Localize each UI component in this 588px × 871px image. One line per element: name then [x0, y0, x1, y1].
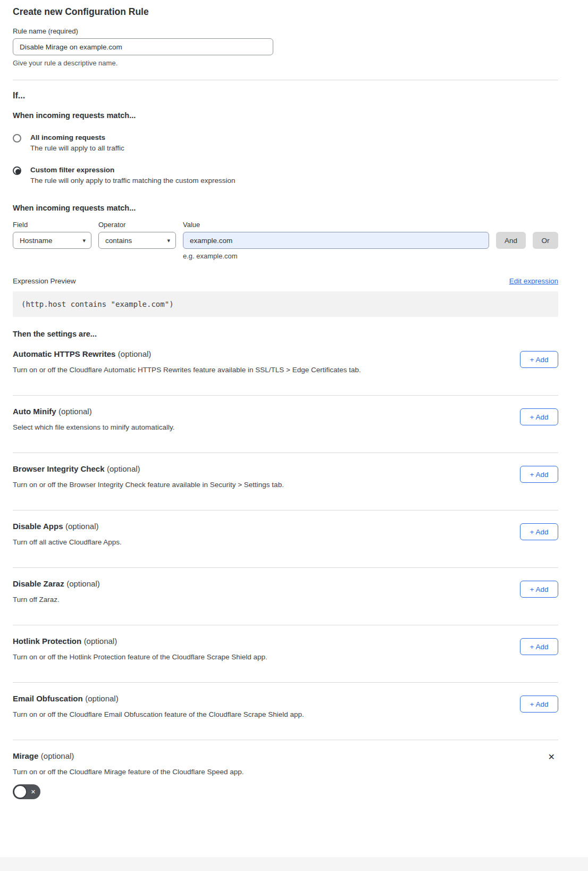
operator-select-value: contains: [105, 237, 132, 245]
add-hotlink-protection-button[interactable]: + Add: [520, 638, 558, 655]
footer-band: [0, 857, 588, 871]
divider: [13, 80, 558, 80]
close-icon[interactable]: ✕: [548, 753, 555, 761]
operator-select[interactable]: contains ▾: [98, 232, 176, 249]
add-automatic-https-rewrites-button[interactable]: + Add: [520, 351, 558, 368]
setting-optional-tag: (optional): [66, 579, 100, 588]
add-browser-integrity-check-button[interactable]: + Add: [520, 466, 558, 483]
setting-browser-integrity-check: Browser Integrity Check (optional) Turn …: [13, 453, 558, 510]
setting-automatic-https-rewrites: Automatic HTTPS Rewrites (optional) Turn…: [13, 338, 558, 396]
setting-email-obfuscation: Email Obfuscation (optional) Turn on or …: [13, 683, 558, 740]
setting-auto-minify: Auto Minify (optional) Select which file…: [13, 396, 558, 453]
chevron-down-icon: ▾: [82, 237, 86, 244]
setting-name: Disable Apps: [13, 522, 63, 531]
and-button[interactable]: And: [496, 232, 526, 249]
then-settings-heading: Then the settings are...: [13, 330, 558, 338]
setting-description: Turn on or off the Browser Integrity Che…: [13, 481, 465, 489]
mirage-toggle-off[interactable]: ✕: [13, 784, 40, 799]
radio-description: The rule will apply to all traffic: [30, 144, 124, 152]
value-input[interactable]: [183, 232, 489, 249]
radio-option-custom-filter-expression[interactable]: Custom filter expression The rule will o…: [13, 166, 558, 185]
value-label: Value: [183, 221, 558, 229]
setting-name: Email Obfuscation: [13, 694, 83, 703]
create-configuration-rule-form: Create new Configuration Rule Rule name …: [0, 0, 588, 871]
setting-name: Browser Integrity Check: [13, 464, 105, 473]
radio-button-icon[interactable]: [13, 166, 21, 175]
setting-name: Auto Minify: [13, 407, 56, 416]
radio-label: All incoming requests: [30, 133, 124, 141]
if-heading: If...: [13, 91, 558, 100]
radio-button-icon[interactable]: [13, 134, 21, 143]
add-disable-zaraz-button[interactable]: + Add: [520, 581, 558, 598]
setting-mirage: Mirage (optional) ✕ Turn on or off the C…: [13, 740, 558, 799]
expression-builder-row: Field Operator Value Hostname ▾ contains…: [13, 221, 558, 260]
rule-name-input[interactable]: [13, 38, 273, 55]
or-button[interactable]: Or: [533, 232, 558, 249]
setting-optional-tag: (optional): [118, 349, 152, 358]
setting-description: Turn off Zaraz.: [13, 596, 465, 604]
setting-description: Turn on or off the Cloudflare Automatic …: [13, 366, 465, 374]
add-auto-minify-button[interactable]: + Add: [520, 408, 558, 425]
edit-expression-link[interactable]: Edit expression: [509, 277, 558, 285]
setting-disable-apps: Disable Apps (optional) Turn off all act…: [13, 510, 558, 568]
setting-optional-tag: (optional): [107, 464, 140, 473]
rule-name-helper: Give your rule a descriptive name.: [13, 59, 558, 67]
setting-optional-tag: (optional): [85, 694, 119, 703]
setting-description: Turn off all active Cloudflare Apps.: [13, 538, 465, 546]
field-select[interactable]: Hostname ▾: [13, 232, 91, 249]
add-email-obfuscation-button[interactable]: + Add: [520, 696, 558, 713]
operator-label: Operator: [98, 221, 176, 229]
field-label: Field: [13, 221, 91, 229]
setting-description: Turn on or off the Cloudflare Mirage fea…: [13, 768, 465, 776]
setting-optional-tag: (optional): [84, 636, 117, 646]
expression-preview-code: (http.host contains "example.com"): [13, 291, 558, 317]
expression-builder-heading: When incoming requests match...: [13, 204, 558, 212]
toggle-knob: [13, 785, 27, 799]
setting-description: Turn on or off the Hotlink Protection fe…: [13, 653, 465, 661]
setting-name: Mirage: [13, 751, 38, 760]
setting-description: Turn on or off the Cloudflare Email Obfu…: [13, 710, 465, 718]
setting-disable-zaraz: Disable Zaraz (optional) Turn off Zaraz.…: [13, 568, 558, 625]
field-select-value: Hostname: [20, 237, 53, 245]
setting-optional-tag: (optional): [58, 407, 92, 416]
page-title: Create new Configuration Rule: [13, 6, 558, 18]
setting-name: Disable Zaraz: [13, 579, 64, 588]
setting-name: Hotlink Protection: [13, 636, 81, 646]
radio-option-all-incoming-requests[interactable]: All incoming requests The rule will appl…: [13, 133, 558, 152]
setting-hotlink-protection: Hotlink Protection (optional) Turn on or…: [13, 625, 558, 683]
when-requests-match-heading: When incoming requests match...: [13, 111, 558, 120]
setting-description: Select which file extensions to minify a…: [13, 423, 465, 431]
rule-name-label: Rule name (required): [13, 27, 558, 35]
chevron-down-icon: ▾: [167, 237, 170, 244]
toggle-off-x-icon: ✕: [31, 788, 36, 795]
setting-name: Automatic HTTPS Rewrites: [13, 349, 115, 358]
radio-label: Custom filter expression: [30, 166, 235, 174]
value-helper: e.g. example.com: [183, 252, 489, 260]
setting-optional-tag: (optional): [41, 751, 74, 760]
radio-description: The rule will only apply to traffic matc…: [30, 177, 235, 185]
setting-optional-tag: (optional): [65, 522, 99, 531]
add-disable-apps-button[interactable]: + Add: [520, 523, 558, 540]
expression-preview-label: Expression Preview: [13, 277, 76, 285]
